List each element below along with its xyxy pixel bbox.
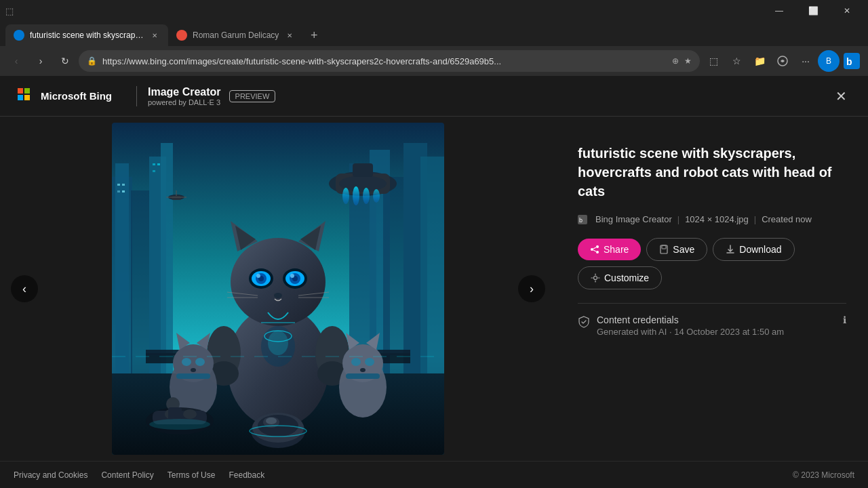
svg-rect-20	[122, 184, 125, 186]
svg-point-85	[351, 358, 361, 366]
svg-rect-22	[122, 190, 125, 192]
svg-rect-111	[662, 245, 666, 249]
footer-privacy-link[interactable]: Privacy and Cookies	[14, 470, 87, 480]
meta-dimensions: 1024 × 1024.jpg	[685, 214, 749, 224]
customize-button[interactable]: Customize	[578, 266, 662, 289]
new-tab-button[interactable]: +	[303, 24, 325, 46]
maximize-button[interactable]: ⬜	[797, 0, 829, 22]
svg-point-105	[596, 245, 599, 248]
page-header: Microsoft Bing Image Creator powered by …	[0, 76, 868, 117]
meta-created: Created now	[762, 214, 812, 224]
svg-rect-24	[157, 163, 160, 165]
svg-rect-25	[153, 170, 155, 172]
action-buttons: Share Save Download	[578, 238, 846, 289]
footer-terms-link[interactable]: Terms of Use	[167, 470, 216, 480]
collections-button[interactable]: 📁	[749, 50, 770, 72]
svg-text:b: b	[846, 56, 852, 67]
copilot-button[interactable]	[772, 50, 793, 72]
tab-bing-close[interactable]: ✕	[149, 30, 160, 41]
svg-rect-5	[24, 88, 30, 94]
svg-point-107	[591, 248, 593, 251]
bing-brand-text: Microsoft Bing	[41, 90, 112, 102]
image-meta: b Bing Image Creator | 1024 × 1024.jpg |…	[578, 214, 846, 224]
svg-point-34	[342, 188, 349, 204]
more-button[interactable]: ···	[795, 50, 816, 72]
svg-point-113	[594, 277, 597, 280]
profile-button[interactable]: B	[818, 50, 840, 72]
save-button[interactable]: Save	[646, 238, 707, 261]
refresh-button[interactable]: ↻	[54, 50, 76, 72]
svg-point-36	[363, 188, 370, 204]
extensions-button[interactable]: ⬚	[703, 50, 724, 72]
page-footer: Privacy and Cookies Content Policy Terms…	[0, 461, 868, 488]
svg-rect-19	[117, 184, 120, 186]
address-text: https://www.bing.com/images/create/futur…	[102, 56, 667, 66]
footer-copyright: © 2023 Microsoft	[793, 470, 854, 480]
share-label: Share	[604, 244, 629, 255]
svg-rect-80	[176, 373, 210, 379]
window-controls: — ⬜ ✕	[764, 0, 863, 22]
svg-point-106	[596, 251, 599, 253]
svg-point-47	[231, 238, 326, 326]
forward-button[interactable]: ›	[30, 50, 52, 72]
svg-rect-27	[172, 196, 181, 200]
credentials-info-icon[interactable]: ℹ	[843, 314, 846, 325]
credentials-icon	[578, 316, 590, 331]
bing-logo-button[interactable]: b	[841, 50, 863, 72]
svg-point-56	[256, 274, 260, 278]
share-icon	[590, 245, 599, 254]
image-viewer: ‹	[0, 117, 556, 461]
meta-source: Bing Image Creator	[595, 214, 672, 224]
preview-badge: PREVIEW	[229, 90, 276, 102]
tab-roman[interactable]: Roman Garum Delicacy ✕	[168, 24, 303, 46]
download-icon	[726, 245, 735, 254]
download-button[interactable]: Download	[713, 238, 794, 261]
svg-point-79	[191, 368, 196, 372]
save-icon	[659, 245, 669, 254]
share-button[interactable]: Share	[578, 239, 641, 260]
svg-point-77	[182, 358, 191, 366]
svg-point-62	[274, 293, 282, 298]
main-area: ‹	[0, 117, 868, 461]
bing-logo: Microsoft Bing	[16, 87, 112, 106]
address-bar[interactable]: 🔒 https://www.bing.com/images/create/fut…	[79, 50, 700, 72]
footer-feedback-link[interactable]: Feedback	[229, 470, 264, 480]
image-creator-branding: Image Creator powered by DALL·E 3	[148, 86, 221, 106]
next-image-button[interactable]: ›	[518, 275, 545, 302]
image-title: futuristic scene with skyscrapers, hover…	[578, 144, 846, 201]
back-button[interactable]: ‹	[5, 50, 27, 72]
tab-bing-label: futuristic scene with skyscrapers...	[30, 30, 144, 40]
favorites-button[interactable]: ☆	[726, 50, 747, 72]
svg-point-87	[360, 368, 366, 372]
svg-point-92	[183, 409, 197, 419]
svg-point-43	[268, 331, 288, 355]
nav-icons: ⬚ ☆ 📁 ··· B b	[703, 50, 863, 72]
tab-bing[interactable]: futuristic scene with skyscrapers... ✕	[5, 24, 168, 46]
svg-point-100	[266, 418, 277, 424]
svg-rect-7	[24, 95, 30, 100]
svg-text:b: b	[579, 217, 583, 224]
image-creator-title: Image Creator	[148, 86, 221, 98]
right-panel: futuristic scene with skyscrapers, hover…	[556, 117, 868, 461]
credentials-detail: Generated with AI · 14 October 2023 at 1…	[597, 327, 836, 337]
svg-rect-88	[346, 373, 380, 379]
prev-image-button[interactable]: ‹	[11, 275, 38, 302]
footer-content-policy-link[interactable]: Content Policy	[101, 470, 153, 480]
svg-rect-6	[18, 95, 23, 100]
close-button[interactable]: ✕	[831, 0, 863, 22]
browser-chrome: ⬚ — ⬜ ✕ futuristic scene with skyscraper…	[0, 0, 868, 76]
svg-rect-23	[153, 163, 155, 165]
header-close-button[interactable]: ✕	[830, 85, 852, 107]
credentials-title: Content credentials	[597, 314, 836, 325]
svg-point-37	[373, 189, 380, 203]
scene-image	[112, 123, 444, 455]
header-divider	[136, 86, 137, 106]
svg-line-108	[593, 247, 596, 249]
tab-bar: futuristic scene with skyscrapers... ✕ R…	[0, 22, 868, 46]
minimize-button[interactable]: —	[764, 0, 795, 22]
page-content: Microsoft Bing Image Creator powered by …	[0, 76, 868, 488]
tab-roman-close[interactable]: ✕	[284, 30, 295, 41]
svg-point-78	[195, 358, 205, 366]
generated-image	[112, 123, 444, 455]
svg-point-61	[290, 274, 294, 278]
